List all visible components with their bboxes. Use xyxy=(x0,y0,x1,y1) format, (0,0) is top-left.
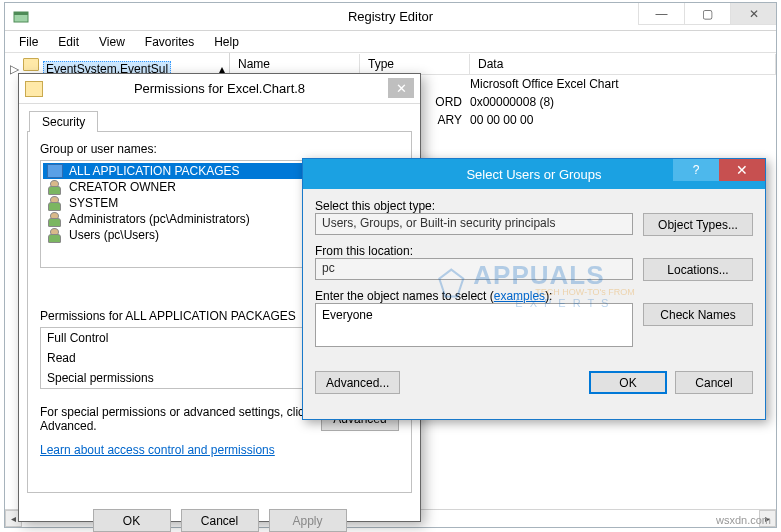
permissions-for-label: Permissions for ALL APPLICATION PACKAGES xyxy=(40,309,299,323)
ok-button[interactable]: OK xyxy=(93,509,171,532)
close-button[interactable]: ✕ xyxy=(719,159,765,181)
learn-link[interactable]: Learn about access control and permissio… xyxy=(40,443,275,457)
apply-button[interactable]: Apply xyxy=(269,509,347,532)
tab-security[interactable]: Security xyxy=(29,111,98,132)
ok-button[interactable]: OK xyxy=(589,371,667,394)
menu-view[interactable]: View xyxy=(91,33,133,51)
menu-edit[interactable]: Edit xyxy=(50,33,87,51)
object-type-field: Users, Groups, or Built-in security prin… xyxy=(315,213,633,235)
user-icon xyxy=(47,196,63,210)
cancel-button[interactable]: Cancel xyxy=(181,509,259,532)
close-button[interactable]: ✕ xyxy=(730,3,776,25)
select-users-dialog: Select Users or Groups ? ✕ APPUALS TECH … xyxy=(302,158,766,420)
advanced-button[interactable]: Advanced... xyxy=(315,371,400,394)
col-data[interactable]: Data xyxy=(470,54,776,74)
svg-rect-1 xyxy=(14,12,28,15)
location-label: From this location: xyxy=(315,244,753,258)
titlebar: Registry Editor — ▢ ✕ xyxy=(5,3,776,31)
col-name[interactable]: Name xyxy=(230,54,360,74)
permissions-title: Permissions for Excel.Chart.8 xyxy=(19,81,420,96)
examples-link[interactable]: examples xyxy=(494,289,545,303)
help-button[interactable]: ? xyxy=(673,159,719,181)
menu-file[interactable]: File xyxy=(11,33,46,51)
cancel-button[interactable]: Cancel xyxy=(675,371,753,394)
package-icon xyxy=(47,164,63,178)
object-types-button[interactable]: Object Types... xyxy=(643,213,753,236)
close-button[interactable]: ✕ xyxy=(388,78,414,98)
permissions-titlebar: Permissions for Excel.Chart.8 ✕ xyxy=(19,74,420,104)
advanced-footnote: For special permissions or advanced sett… xyxy=(40,405,321,433)
menu-favorites[interactable]: Favorites xyxy=(137,33,202,51)
scroll-right-button[interactable]: ▸ xyxy=(759,510,776,527)
user-icon xyxy=(47,180,63,194)
menubar: File Edit View Favorites Help xyxy=(5,31,776,53)
locations-button[interactable]: Locations... xyxy=(643,258,753,281)
folder-icon xyxy=(23,58,39,71)
col-type[interactable]: Type xyxy=(360,54,470,74)
group-icon xyxy=(47,212,63,226)
list-header: Name Type Data xyxy=(230,53,776,75)
object-names-label: Enter the object names to select (exampl… xyxy=(315,289,753,303)
select-titlebar: Select Users or Groups ? ✕ xyxy=(303,159,765,189)
maximize-button[interactable]: ▢ xyxy=(684,3,730,25)
menu-help[interactable]: Help xyxy=(206,33,247,51)
location-field: pc xyxy=(315,258,633,280)
object-names-input[interactable]: Everyone xyxy=(315,303,633,347)
group-label: Group or user names: xyxy=(40,142,399,156)
minimize-button[interactable]: — xyxy=(638,3,684,25)
folder-icon xyxy=(25,81,43,97)
check-names-button[interactable]: Check Names xyxy=(643,303,753,326)
regedit-icon xyxy=(13,9,29,25)
group-icon xyxy=(47,228,63,242)
object-type-label: Select this object type: xyxy=(315,199,753,213)
